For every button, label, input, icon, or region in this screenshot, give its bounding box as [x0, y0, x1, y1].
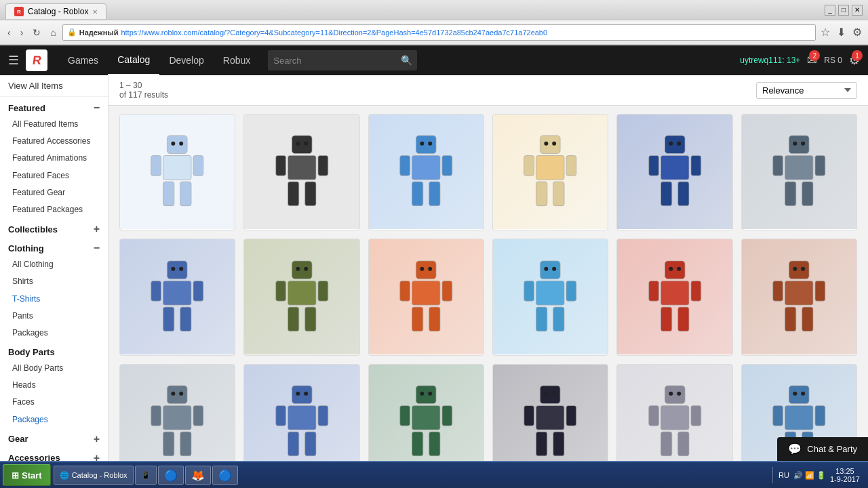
search-input[interactable] — [268, 56, 397, 66]
sidebar-featured-accessories[interactable]: Featured Accessories — [0, 133, 108, 150]
svg-point-6 — [172, 142, 176, 146]
svg-rect-18 — [400, 156, 410, 176]
items-grid: Frost Guard Gen...R 500 Korblox Deathsp.… — [108, 106, 868, 488]
taskbar-app-roblox-label: Catalog - Roblox — [72, 471, 127, 479]
item-card[interactable]: ZombieR 550 — [243, 239, 359, 355]
svg-rect-41 — [785, 156, 813, 180]
item-card[interactable]: PT-ST4 Mobile A...R 275 — [616, 239, 732, 355]
svg-rect-133 — [677, 432, 688, 456]
item-card[interactable]: The DoombringerR 1,250 — [741, 239, 857, 355]
item-thumbnail — [617, 239, 732, 354]
taskbar-app-firefox[interactable]: 🦊 — [185, 466, 211, 485]
item-card[interactable]: Korblox MageR 750 — [616, 114, 732, 230]
nav-search-box[interactable]: 🔍 — [268, 50, 417, 70]
sidebar-packages[interactable]: Packages — [0, 411, 108, 428]
nav-robux-link[interactable]: Robux — [214, 45, 260, 75]
sidebar-shirts[interactable]: Shirts — [0, 273, 108, 290]
svg-rect-139 — [815, 406, 825, 426]
nav-develop-link[interactable]: Develop — [159, 45, 213, 75]
chat-widget[interactable]: 💬 Chat & Party — [777, 437, 868, 461]
body-parts-section-header[interactable]: Body Parts — [0, 342, 108, 360]
notifications-badge: 1 — [852, 50, 863, 61]
clothing-section-header[interactable]: Clothing − — [0, 237, 108, 256]
nav-catalog-link[interactable]: Catalog — [108, 45, 159, 75]
sidebar-featured-animations[interactable]: Featured Animations — [0, 150, 108, 167]
sidebar-featured-gear[interactable]: Featured Gear — [0, 184, 108, 201]
maximize-button[interactable]: □ — [838, 5, 849, 16]
item-info: The DoombringerR 1,250 — [742, 354, 856, 356]
roblox-logo[interactable]: R — [26, 49, 47, 71]
svg-rect-112 — [416, 386, 437, 404]
item-card[interactable]: Pirate Swashbu...R 400 — [119, 239, 235, 355]
svg-point-46 — [793, 142, 797, 146]
robux-balance[interactable]: RS 0 — [824, 56, 842, 65]
sidebar-pants[interactable]: Pants — [0, 308, 108, 325]
svg-rect-72 — [540, 261, 561, 279]
sidebar-faces[interactable]: Faces — [0, 394, 108, 411]
home-button[interactable]: ⌂ — [47, 26, 59, 39]
svg-rect-92 — [785, 307, 796, 331]
sidebar-heads[interactable]: Heads — [0, 377, 108, 394]
svg-rect-76 — [536, 307, 547, 331]
refresh-button[interactable]: ↻ — [29, 26, 44, 39]
svg-point-143 — [801, 392, 805, 396]
item-card[interactable]: Robloxian 2.0R 15 — [492, 239, 608, 355]
sidebar-clothing-packages[interactable]: Packages — [0, 325, 108, 342]
back-button[interactable]: ‹ — [4, 26, 14, 39]
view-all-link[interactable]: View All Items — [0, 75, 108, 97]
sidebar-all-clothing[interactable]: All Clothing — [0, 256, 108, 273]
item-thumbnail — [369, 115, 484, 229]
svg-rect-74 — [524, 281, 534, 301]
sidebar-featured-faces[interactable]: Featured Faces — [0, 167, 108, 184]
settings-icon[interactable]: ⚙ — [850, 24, 864, 40]
svg-point-142 — [793, 392, 797, 396]
item-info: Pirate Swashbu...R 400 — [120, 354, 235, 356]
download-icon[interactable]: ⬇ — [835, 24, 848, 40]
sidebar-all-featured[interactable]: All Featured Items — [0, 116, 108, 133]
messages-badge: 2 — [809, 50, 820, 61]
svg-rect-16 — [416, 136, 437, 154]
item-card[interactable]: Korblox Deathsp...R 17,000 — [243, 114, 359, 230]
item-thumbnail — [493, 239, 608, 354]
item-card[interactable]: SuperheroR 230 — [368, 114, 484, 230]
sidebar-all-body-parts[interactable]: All Body Parts — [0, 360, 108, 377]
settings-icon[interactable]: ⚙ 1 — [849, 53, 860, 68]
hamburger-menu-icon[interactable]: ☰ — [8, 53, 26, 68]
svg-rect-98 — [151, 406, 161, 426]
svg-rect-109 — [304, 432, 315, 456]
item-card[interactable]: Frost Guard Gen...R 500 — [119, 114, 235, 230]
sort-select[interactable]: Relevance Most Favorited Bestselling Rec… — [756, 82, 857, 99]
svg-point-110 — [296, 392, 300, 396]
taskbar-app-viber[interactable]: 📱 — [135, 466, 157, 485]
address-bar[interactable]: 🔒 Надежныйhttps://www.roblox.com/catalog… — [62, 24, 816, 41]
svg-rect-12 — [288, 182, 298, 206]
featured-section-header[interactable]: Featured − — [0, 97, 108, 116]
svg-rect-24 — [540, 136, 561, 154]
browser-tab[interactable]: R Catalog - Roblox ✕ — [5, 3, 106, 19]
svg-rect-131 — [691, 406, 701, 426]
sidebar-featured-packages[interactable]: Featured Packages — [0, 201, 108, 218]
featured-toggle-icon: − — [94, 102, 100, 113]
minimize-button[interactable]: _ — [825, 5, 835, 16]
taskbar-app-5[interactable]: 🔵 — [212, 466, 238, 485]
close-button[interactable]: ✕ — [852, 5, 863, 16]
gear-section-header[interactable]: Gear + — [0, 428, 108, 447]
chat-label: Chat & Party — [807, 444, 857, 454]
svg-point-79 — [553, 267, 557, 271]
forward-button[interactable]: › — [17, 26, 27, 39]
nav-games-link[interactable]: Games — [58, 45, 108, 75]
item-card[interactable]: SkeletonR 500 — [492, 114, 608, 230]
start-button[interactable]: ⊞ Start — [3, 464, 51, 486]
bookmark-icon[interactable]: ☆ — [818, 24, 832, 40]
tab-close-button[interactable]: ✕ — [92, 8, 98, 16]
svg-point-62 — [296, 267, 300, 271]
taskbar-app-3[interactable]: 🔵 — [158, 466, 184, 485]
sidebar-tshirts[interactable]: T-Shirts — [0, 291, 108, 308]
svg-rect-123 — [566, 406, 576, 426]
messages-icon[interactable]: ✉ 2 — [807, 53, 817, 68]
collectibles-section-header[interactable]: Collectibles + — [0, 218, 108, 237]
item-card[interactable]: Circuit BreakerR 750 — [741, 114, 857, 230]
item-thumbnail — [742, 115, 856, 229]
taskbar-app-roblox[interactable]: 🌐 Catalog - Roblox — [54, 466, 134, 485]
item-card[interactable]: Flame Guard Ge...R 500 — [368, 239, 484, 355]
